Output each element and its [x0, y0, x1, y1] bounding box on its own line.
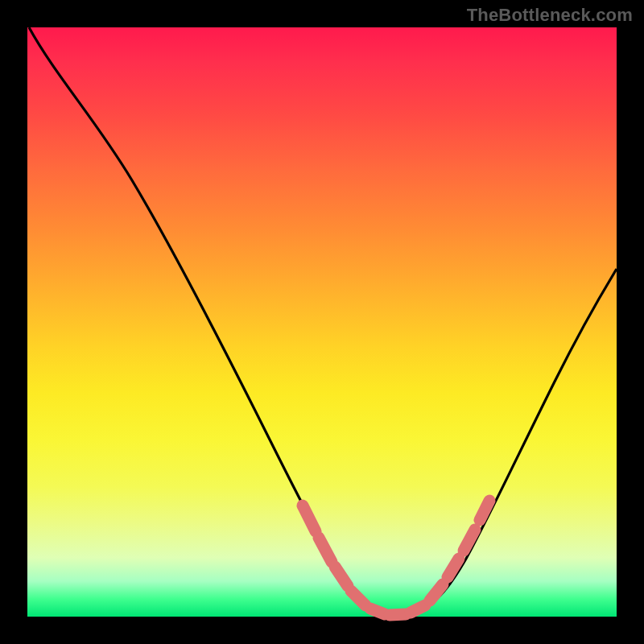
- plot-area: [27, 27, 617, 617]
- chart-frame: TheBottleneck.com: [0, 0, 644, 644]
- highlight-markers: [303, 501, 489, 615]
- chart-svg: [27, 27, 617, 617]
- watermark-text: TheBottleneck.com: [467, 5, 633, 26]
- bottleneck-curve: [29, 27, 617, 614]
